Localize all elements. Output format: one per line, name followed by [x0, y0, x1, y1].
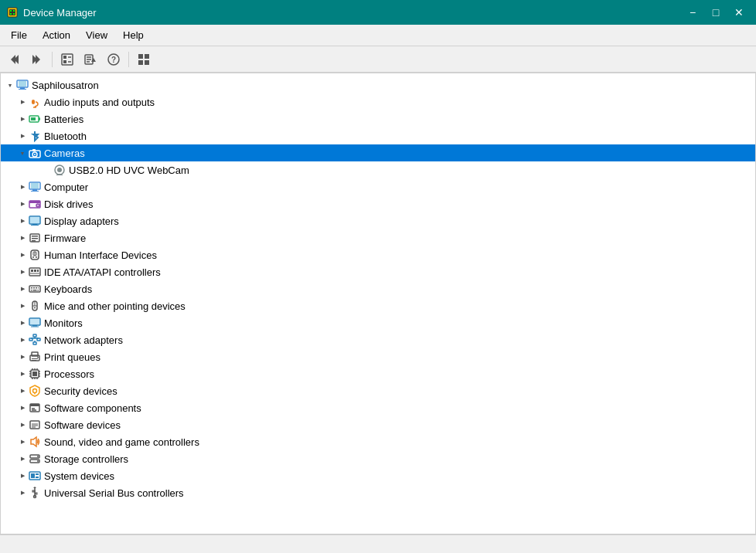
svg-rect-23 [145, 54, 149, 59]
update-button[interactable] [80, 49, 101, 70]
tree-item-print[interactable]: Print queues [1, 348, 755, 365]
tree-item-softwarecomponents[interactable]: Software components [1, 399, 755, 416]
forward-button[interactable] [26, 49, 48, 70]
device-tree: Saphilousatron Audio inputs and outputs [1, 73, 755, 504]
menu-help[interactable]: Help [115, 26, 152, 44]
tree-item-ide[interactable]: IDE ATA/ATAPI controllers [1, 263, 755, 280]
svg-rect-53 [30, 217, 39, 223]
tree-item-disk[interactable]: Disk drives [1, 195, 755, 212]
disk-label: Disk drives [44, 198, 94, 210]
svg-rect-131 [36, 477, 39, 478]
tree-item-storage[interactable]: Storage controllers [1, 450, 755, 467]
tree-item-security[interactable]: Security devices [1, 382, 755, 399]
menu-file[interactable]: File [3, 26, 35, 44]
storage-expander[interactable] [16, 453, 29, 465]
help-button[interactable]: ? [103, 49, 124, 70]
tree-item-system[interactable]: System devices [1, 467, 755, 484]
svg-rect-100 [32, 371, 37, 376]
processors-expander[interactable] [16, 368, 29, 380]
svg-rect-45 [31, 183, 39, 188]
tree-item-hid[interactable]: Human Interface Devices [1, 246, 755, 263]
tree-root[interactable]: Saphilousatron [1, 76, 755, 93]
hid-label: Human Interface Devices [44, 249, 157, 261]
usb-expander[interactable] [16, 487, 29, 499]
tree-item-webcam[interactable]: USB2.0 HD UVC WebCam [1, 161, 755, 178]
hid-expander[interactable] [16, 249, 29, 261]
monitors-expander[interactable] [16, 317, 29, 329]
tree-item-bluetooth[interactable]: Bluetooth [1, 127, 755, 144]
network-expander[interactable] [16, 334, 29, 346]
app-icon [6, 6, 19, 19]
menu-view[interactable]: View [78, 26, 115, 44]
svg-rect-129 [31, 473, 35, 478]
tree-item-firmware[interactable]: Firmware [1, 229, 755, 246]
tree-item-monitors[interactable]: Monitors [1, 314, 755, 331]
svg-rect-4 [10, 13, 12, 15]
tree-item-audio[interactable]: Audio inputs and outputs [1, 93, 755, 110]
keyboards-expander[interactable] [16, 283, 29, 295]
tree-item-sound[interactable]: Sound, video and game controllers [1, 433, 755, 450]
bluetooth-icon [29, 130, 41, 142]
svg-rect-35 [39, 117, 40, 120]
mice-label: Mice and other pointing devices [44, 300, 186, 312]
tree-item-computer[interactable]: Computer [1, 178, 755, 195]
main-content[interactable]: Saphilousatron Audio inputs and outputs [0, 73, 756, 534]
svg-rect-76 [33, 290, 37, 291]
svg-rect-25 [145, 60, 149, 65]
properties-button[interactable] [56, 49, 78, 70]
computer-icon [16, 79, 29, 91]
tree-item-batteries[interactable]: Batteries [1, 110, 755, 127]
disk-expander[interactable] [16, 198, 29, 210]
ide-expander[interactable] [16, 266, 29, 278]
back-button[interactable] [3, 49, 25, 70]
security-expander[interactable] [16, 385, 29, 397]
sound-expander[interactable] [16, 436, 29, 448]
svg-rect-67 [34, 270, 36, 272]
batteries-expander[interactable] [16, 113, 29, 125]
svg-rect-130 [36, 473, 39, 475]
firmware-expander[interactable] [16, 232, 29, 244]
svg-rect-116 [30, 404, 39, 406]
tree-item-softwaredevices[interactable]: Software devices [1, 416, 755, 433]
tree-item-display[interactable]: Display adapters [1, 212, 755, 229]
tree-item-cameras[interactable]: Cameras [1, 144, 755, 161]
tree-item-keyboards[interactable]: Keyboards [1, 280, 755, 297]
usb-icon [29, 487, 41, 499]
maximize-button[interactable]: □ [705, 3, 727, 22]
toolbar-sep-2 [128, 52, 129, 67]
softwarecomponents-expander[interactable] [16, 402, 29, 414]
minimize-button[interactable]: − [682, 3, 703, 22]
tree-item-network[interactable]: Network adapters [1, 331, 755, 348]
mice-expander[interactable] [16, 300, 29, 312]
security-icon [29, 385, 41, 397]
tree-item-usb[interactable]: Universal Serial Bus controllers [1, 484, 755, 501]
svg-rect-57 [32, 236, 38, 237]
close-button[interactable]: ✕ [728, 3, 750, 22]
svg-point-126 [37, 456, 39, 457]
computer-icon-2 [29, 181, 41, 193]
computer-expander[interactable] [16, 181, 29, 193]
svg-rect-27 [19, 81, 26, 87]
menu-action[interactable]: Action [35, 26, 78, 44]
svg-rect-29 [19, 89, 26, 90]
view-button[interactable] [133, 49, 155, 70]
svg-rect-89 [33, 342, 36, 344]
svg-point-51 [37, 205, 39, 206]
bluetooth-expander[interactable] [16, 130, 29, 142]
root-expander[interactable] [4, 79, 16, 91]
system-expander[interactable] [16, 470, 29, 482]
tree-item-mice[interactable]: Mice and other pointing devices [1, 297, 755, 314]
print-expander[interactable] [16, 351, 29, 363]
ide-label: IDE ATA/ATAPI controllers [44, 266, 161, 278]
tree-item-processors[interactable]: Processors [1, 365, 755, 382]
svg-text:?: ? [111, 56, 116, 64]
svg-rect-49 [29, 201, 40, 203]
mouse-icon [29, 300, 41, 312]
svg-rect-11 [63, 56, 66, 59]
storage-label: Storage controllers [44, 453, 128, 465]
audio-expander[interactable] [16, 96, 29, 108]
cameras-expander[interactable] [16, 147, 29, 159]
display-expander[interactable] [16, 215, 29, 227]
softwaredevices-label: Software devices [44, 419, 121, 431]
softwaredevices-expander[interactable] [16, 419, 29, 431]
